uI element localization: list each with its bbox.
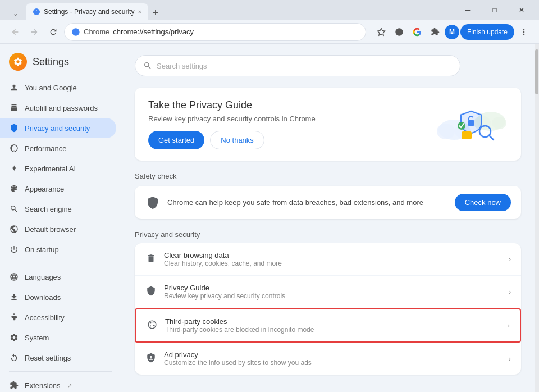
guide-card-text: Take the Privacy Guide Review key privac…	[148, 99, 316, 149]
privacy-item-privacy-guide[interactable]: Privacy Guide Review key privacy and sec…	[135, 276, 521, 308]
sidebar-label-languages: Languages	[25, 273, 61, 281]
search-engine-icon	[9, 204, 19, 214]
sidebar-item-experimental-ai[interactable]: ✦ Experimental AI	[0, 158, 116, 179]
tab-close-btn[interactable]: ×	[138, 8, 141, 15]
privacy-icon	[9, 123, 19, 133]
sidebar-item-default-browser[interactable]: Default browser	[0, 219, 116, 239]
sidebar-divider-1	[9, 263, 112, 263]
sidebar-item-on-startup[interactable]: On startup	[0, 239, 116, 259]
autofill-icon	[9, 103, 19, 113]
safety-check-text: Chrome can help keep you safe from data …	[167, 198, 423, 207]
ad-privacy-title: Ad privacy	[164, 350, 312, 359]
scroll-thumb	[535, 49, 538, 94]
extensions-btn[interactable]	[427, 24, 444, 40]
sidebar-label-accessibility: Accessibility	[25, 313, 65, 322]
svg-point-1	[72, 28, 79, 35]
sidebar-label-default-browser: Default browser	[25, 225, 76, 234]
privacy-item-left-clear: Clear browsing data Clear history, cooki…	[145, 251, 282, 267]
new-tab-btn[interactable]: +	[148, 6, 163, 20]
sidebar-item-performance[interactable]: Performance	[0, 138, 116, 158]
downloads-icon	[9, 292, 19, 302]
clear-browsing-icon	[145, 252, 157, 265]
guide-illustration	[435, 99, 508, 149]
scroll-indicator[interactable]	[535, 44, 539, 392]
sidebar-item-reset-settings[interactable]: Reset settings	[0, 348, 116, 368]
search-bar[interactable]: Search settings	[135, 55, 460, 76]
bookmark-btn[interactable]	[373, 24, 390, 40]
address-url: chrome://settings/privacy	[113, 28, 194, 36]
sidebar-item-extensions[interactable]: Extensions ↗	[0, 375, 116, 392]
settings-header: Settings	[0, 48, 121, 78]
sidebar-item-languages[interactable]: Languages	[0, 267, 116, 287]
google-btn[interactable]	[409, 24, 426, 40]
check-now-btn[interactable]: Check now	[455, 194, 511, 211]
maximize-btn[interactable]: □	[482, 2, 508, 19]
reload-btn[interactable]	[45, 24, 62, 40]
profile-btn[interactable]	[391, 24, 408, 40]
sidebar-item-privacy[interactable]: Privacy and security	[0, 118, 116, 138]
clear-browsing-subtitle: Clear history, cookies, cache, and more	[164, 259, 282, 267]
sidebar-item-system[interactable]: System	[0, 327, 116, 348]
title-bar: ⌄ Settings - Privacy and security × + ─ …	[0, 0, 539, 20]
nav-icons: M Finish update	[373, 24, 532, 40]
active-tab[interactable]: Settings - Privacy and security ×	[26, 3, 148, 20]
svg-point-19	[152, 321, 153, 322]
sidebar-item-search-engine[interactable]: Search engine	[0, 199, 116, 219]
privacy-list: Clear browsing data Clear history, cooki…	[135, 243, 521, 375]
sidebar-label-extensions: Extensions	[25, 381, 61, 390]
privacy-item-clear-browsing[interactable]: Clear browsing data Clear history, cooki…	[135, 243, 521, 276]
forward-btn[interactable]	[26, 24, 43, 40]
main-layout: Settings You and Google Autofill and pas…	[0, 44, 539, 392]
extensions-sidebar-icon	[9, 380, 19, 390]
privacy-item-left-cookies: Third-party cookies Third-party cookies …	[146, 317, 314, 334]
guide-card: Take the Privacy Guide Review key privac…	[135, 88, 521, 161]
accessibility-icon	[9, 312, 19, 322]
no-thanks-btn[interactable]: No thanks	[210, 131, 264, 149]
guide-card-subtitle: Review key privacy and security controls…	[148, 115, 316, 123]
close-btn[interactable]: ✕	[509, 2, 535, 19]
settings-title: Settings	[33, 56, 69, 68]
get-started-btn[interactable]: Get started	[148, 131, 204, 149]
third-party-cookies-icon	[146, 318, 158, 331]
privacy-item-third-party-cookies[interactable]: Third-party cookies Third-party cookies …	[135, 308, 521, 343]
sidebar-label-system: System	[25, 334, 49, 342]
third-party-cookies-title: Third-party cookies	[165, 317, 314, 326]
third-party-cookies-subtitle: Third-party cookies are blocked in Incog…	[165, 326, 314, 334]
privacy-item-left-ad: Ad privacy Customize the info used by si…	[145, 350, 312, 367]
privacy-guide-title: Privacy Guide	[164, 284, 285, 292]
sidebar-item-autofill[interactable]: Autofill and passwords	[0, 98, 116, 118]
sidebar-label-performance: Performance	[25, 144, 66, 153]
tab-favicon	[33, 8, 40, 16]
third-party-cookies-chevron: ›	[508, 322, 510, 330]
tab-area: ⌄ Settings - Privacy and security × +	[9, 0, 455, 20]
sidebar-item-accessibility[interactable]: Accessibility	[0, 307, 116, 327]
avatar-btn[interactable]: M	[445, 25, 459, 39]
privacy-section-heading: Privacy and security	[135, 230, 521, 239]
privacy-guide-subtitle: Review key privacy and security controls	[164, 292, 285, 300]
privacy-item-text-ad: Ad privacy Customize the info used by si…	[164, 350, 312, 367]
sidebar-item-downloads[interactable]: Downloads	[0, 287, 116, 307]
finish-update-btn[interactable]: Finish update	[460, 24, 514, 40]
default-browser-icon	[9, 224, 19, 234]
content-area: Search settings Take the Privacy Guide R…	[121, 44, 535, 392]
sidebar-item-appearance[interactable]: Appearance	[0, 179, 116, 199]
svg-point-21	[150, 325, 151, 326]
sidebar-label-autofill: Autofill and passwords	[25, 104, 98, 112]
safety-card: Chrome can help keep you safe from data …	[135, 186, 521, 219]
back-btn[interactable]	[7, 24, 24, 40]
privacy-item-ad-privacy[interactable]: Ad privacy Customize the info used by si…	[135, 343, 521, 375]
experimental-ai-icon: ✦	[9, 163, 19, 174]
system-icon	[9, 332, 19, 343]
privacy-item-text-clear: Clear browsing data Clear history, cooki…	[164, 251, 282, 267]
clear-browsing-title: Clear browsing data	[164, 251, 282, 259]
minimize-btn[interactable]: ─	[455, 2, 481, 19]
more-btn[interactable]	[515, 24, 532, 40]
sidebar-label-you-and-google: You and Google	[25, 84, 77, 92]
ad-privacy-icon	[145, 352, 157, 364]
on-startup-icon	[9, 244, 19, 254]
languages-icon	[9, 272, 19, 282]
tab-list-btn[interactable]: ⌄	[9, 7, 22, 20]
address-bar[interactable]: Chrome chrome://settings/privacy	[64, 23, 366, 41]
sidebar-label-on-startup: On startup	[25, 245, 59, 254]
sidebar-item-you-and-google[interactable]: You and Google	[0, 78, 116, 98]
